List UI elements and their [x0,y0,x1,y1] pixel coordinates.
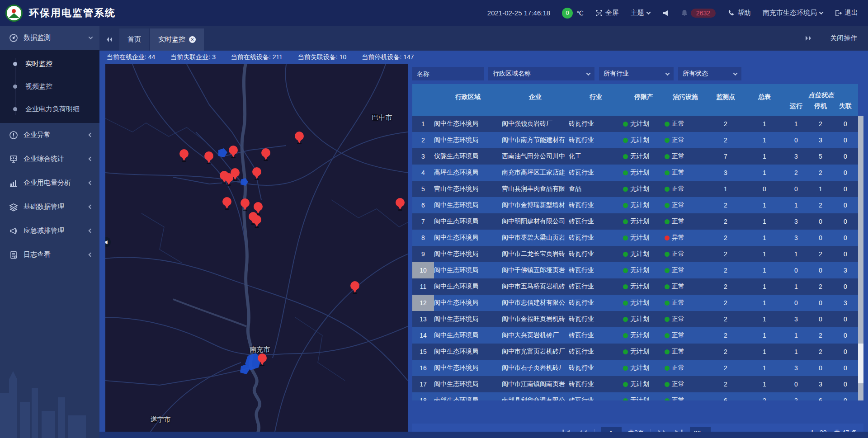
col-meter: 总表 [745,81,784,113]
map-pin[interactable] [228,146,238,158]
cell-monitor: 2 [706,360,745,376]
org-dropdown[interactable]: 南充市生态环境局 [763,9,823,17]
sidebar-item-realtime-monitor[interactable]: 实时监控 [0,52,99,75]
tab-bar: 首页 实时监控 × 关闭操作 [99,26,868,51]
cell-meter: 1 [745,344,784,360]
temperature: 0 ℃ [562,8,584,19]
table-row[interactable]: 17阆中生态环境局阆中市江南镇阆南页岩砖瓦行业无计划正常21030 [412,376,858,392]
sidebar-item-emergency-reduction[interactable]: 应急减排管理 [0,219,99,243]
table-row[interactable]: 12阆中生态环境局阆中市忠信建材有限公砖瓦行业无计划正常21003 [412,295,858,311]
col-lost: 失联 [833,102,858,110]
cell-stop: 5 [808,148,833,165]
theme-dropdown[interactable]: 主题 [631,9,650,17]
cell-region: 阆中生态环境局 [434,327,502,344]
close-operations-button[interactable]: 关闭操作 [830,34,857,42]
sidebar-item-power-analysis[interactable]: 企业用电量分析 [0,171,99,195]
cell-company: 南部县利华商混有限公 [502,392,569,400]
col-company: 企业 [502,81,569,113]
industry-select[interactable]: 所有行业 [599,67,674,80]
sidebar-item-data-monitor[interactable]: 数据监测 [0,26,99,50]
map-pin[interactable] [294,132,304,144]
table-row[interactable]: 10阆中生态环境局阆中千佛镇五郎垭页岩砖瓦行业无计划正常21003 [412,262,858,278]
row-index: 15 [412,344,434,360]
map-pin[interactable] [179,149,189,162]
chevron-down-icon [586,71,591,75]
cell-monitor: 2 [706,132,745,148]
table-row[interactable]: 9阆中生态环境局阆中市二龙长宝页岩砖砖瓦行业无计划正常21120 [412,246,858,262]
sidebar-item-log-view[interactable]: 日志查看 [0,243,99,267]
status-select[interactable]: 所有状态 [678,67,741,80]
cell-region: 阆中生态环境局 [434,213,502,230]
scrollbar-thumb[interactable] [858,344,863,383]
table-row[interactable]: 14阆中生态环境局阆中大兴页岩机砖厂砖瓦行业无计划正常21120 [412,327,858,344]
map-pin[interactable] [257,353,267,366]
table-row[interactable]: 7阆中生态环境局阆中明阳建材有限公司砖瓦行业无计划正常21300 [412,213,858,230]
table-row[interactable]: 15阆中生态环境局阆中市光富页岩机砖厂砖瓦行业无计划正常21120 [412,344,858,360]
cell-limit: 无计划 [623,311,665,327]
tab-home[interactable]: 首页 [119,28,149,51]
tabs-scroll-left-button[interactable] [99,28,119,51]
status-dot-icon [623,398,628,401]
stat-online-companies: 当前在线企业: 44 [107,53,155,61]
row-index: 18 [412,392,434,400]
table-row[interactable]: 1阆中生态环境局阆中强锐页岩砖厂砖瓦行业无计划正常21120 [412,116,858,132]
cell-lost: 0 [833,246,858,262]
table-row[interactable]: 11阆中生态环境局阆中市五马桥页岩机砖砖瓦行业无计划正常21120 [412,278,858,295]
region-select[interactable]: 行政区域名称 [488,67,594,80]
map-pin[interactable] [395,198,405,211]
map-pin[interactable] [261,148,271,161]
mute-button[interactable] [662,9,669,17]
cell-run: 0 [784,262,808,278]
map[interactable]: 巴中市南充市遂宁市 ◀ [105,64,408,432]
cell-facility: 正常 [665,165,706,181]
map-pin[interactable] [252,215,262,228]
cell-facility: 正常 [665,181,706,197]
document-icon [9,250,18,259]
sidebar-item-company-abnormal[interactable]: 企业异常 [0,123,99,147]
status-dot-icon [665,349,670,354]
map-pin[interactable] [350,281,360,294]
chevron-down-icon [665,71,670,75]
col-point-status-group: 点位状态 运行 停机 失联 [784,84,858,116]
tab-close-icon[interactable]: × [189,36,196,43]
status-dot-icon [623,268,628,273]
table-row[interactable]: 3仪陇生态环境局西南油气田分公司川中化工无计划正常71350 [412,148,858,165]
table-row[interactable]: 16阆中生态环境局阆中市石子页岩机砖厂砖瓦行业无计划正常21300 [412,360,858,376]
table-row[interactable]: 4高坪生态环境局南充市高坪区王家店建砖瓦行业无计划正常31220 [412,165,858,181]
name-search-input[interactable] [412,67,484,80]
col-region: 行政区域 [434,81,502,113]
cell-company: 阆中千佛镇五郎垭页岩 [502,262,569,278]
table-row[interactable]: 18南部生态环境局南部县利华商混有限公砖瓦行业无计划正常62260 [412,392,858,400]
sidebar-item-base-data[interactable]: 基础数据管理 [0,195,99,219]
table-row[interactable]: 6阆中生态环境局阆中市金博瑞新型墙材砖瓦行业无计划正常21120 [412,197,858,213]
map-pin[interactable] [222,197,232,210]
notifications[interactable]: 2632 [681,9,716,18]
cell-limit: 无计划 [623,132,665,148]
cell-lost: 0 [833,132,858,148]
table-row[interactable]: 8阆中生态环境局阆中市枣碧大梁山页岩砖瓦行业无计划异常21300 [412,230,858,246]
map-pin[interactable] [240,198,250,211]
tabs-scroll-right-button[interactable] [798,27,818,49]
table-row[interactable]: 2阆中生态环境局阆中市南方节能建材有砖瓦行业无计划正常21030 [412,132,858,148]
sidebar-item-power-load-detail[interactable]: 企业电力负荷明细 [0,98,99,120]
sidebar-item-company-statistics[interactable]: 企业综合统计 [0,147,99,171]
cell-meter: 1 [745,295,784,311]
logout-button[interactable]: 退出 [835,9,858,17]
table-row[interactable]: 13阆中生态环境局阆中市金福旺页岩机砖砖瓦行业无计划正常21300 [412,311,858,327]
table-row[interactable]: 5营山生态环境局营山县润丰肉食品有限食品无计划正常10010 [412,181,858,197]
fullscreen-button[interactable]: 全屏 [595,9,619,17]
cell-industry: 砖瓦行业 [569,392,623,400]
tab-realtime-monitor[interactable]: 实时监控 × [150,28,204,51]
map-pin[interactable] [252,167,262,180]
col-run: 运行 [784,102,808,110]
double-chevron-right-icon [805,35,812,41]
help-button[interactable]: 帮助 [727,9,751,17]
chevron-left-icon [89,181,93,185]
map-pin[interactable] [230,168,240,181]
cell-limit: 无计划 [623,376,665,392]
sidebar-item-video-monitor[interactable]: 视频监控 [0,75,99,98]
status-dot-icon [623,122,628,127]
status-dot-icon [665,203,670,208]
table-scrollbar[interactable] [858,116,863,400]
map-pin[interactable] [204,151,214,164]
